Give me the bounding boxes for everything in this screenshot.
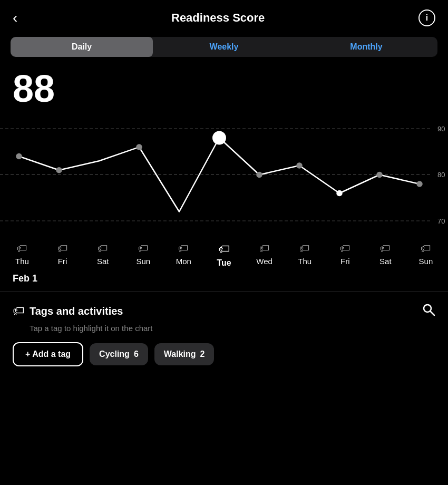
back-button[interactable]: ‹ xyxy=(13,11,17,25)
readiness-chart: 90 80 70 xyxy=(0,118,448,239)
tag-icon-active: 🏷 xyxy=(218,242,230,256)
tags-section: 🏷 Tags and activities Tap a tag to highl… xyxy=(0,292,448,377)
score-section: 88 xyxy=(0,65,448,108)
search-icon[interactable] xyxy=(422,303,435,319)
tags-title-row: 🏷 Tags and activities xyxy=(13,304,123,318)
svg-text:70: 70 xyxy=(437,217,445,225)
data-point-thu1 xyxy=(16,154,22,159)
add-tag-button[interactable]: + Add a tag xyxy=(13,342,83,366)
day-fri1: 🏷 Fri xyxy=(47,242,79,268)
info-button[interactable]: i xyxy=(418,9,435,26)
header: ‹ Readiness Score i xyxy=(0,0,448,33)
readiness-score: 88 xyxy=(13,70,435,108)
tab-bar: Daily Weekly Monthly xyxy=(11,37,437,57)
page-title: Readiness Score xyxy=(171,11,265,25)
data-point-sun2 xyxy=(417,181,422,187)
day-tue-active[interactable]: 🏷 Tue xyxy=(208,242,240,268)
tags-icon: 🏷 xyxy=(13,304,24,318)
tags-header: 🏷 Tags and activities xyxy=(13,303,435,319)
day-fri2: 🏷 Fri xyxy=(329,242,361,268)
day-labels: 🏷 Thu 🏷 Fri 🏷 Sat 🏷 Sun 🏷 Mon 🏷 Tue 🏷 We… xyxy=(0,242,448,268)
tags-buttons: + Add a tag Cycling 6 Walking 2 xyxy=(13,342,435,366)
data-point-tue-active[interactable] xyxy=(213,132,226,144)
data-point-thu2 xyxy=(297,163,302,168)
tags-title: Tags and activities xyxy=(30,305,123,317)
day-mon: 🏷 Mon xyxy=(168,242,199,268)
data-point-fri2 xyxy=(337,191,342,196)
day-sat2: 🏷 Sat xyxy=(369,242,401,268)
svg-text:90: 90 xyxy=(437,125,445,133)
data-point-sun1 xyxy=(137,144,142,150)
data-point-sat2 xyxy=(377,172,382,178)
day-thu1: 🏷 Thu xyxy=(6,242,38,268)
data-point-fri1 xyxy=(56,168,62,173)
day-thu2: 🏷 Thu xyxy=(289,242,320,268)
day-sat1: 🏷 Sat xyxy=(87,242,119,268)
day-sun1: 🏷 Sun xyxy=(128,242,159,268)
activity-tag-cycling[interactable]: Cycling 6 xyxy=(90,343,148,365)
data-point-wed xyxy=(257,172,262,178)
date-label: Feb 1 xyxy=(0,268,448,292)
activity-tag-walking[interactable]: Walking 2 xyxy=(154,343,215,365)
tags-subtitle: Tap a tag to highlight it on the chart xyxy=(13,324,435,333)
tab-daily[interactable]: Daily xyxy=(11,37,153,57)
tab-weekly[interactable]: Weekly xyxy=(153,37,295,57)
day-sun2: 🏷 Sun xyxy=(410,242,442,268)
tab-monthly[interactable]: Monthly xyxy=(295,37,437,57)
chart-svg: 90 80 70 xyxy=(0,118,448,239)
svg-line-7 xyxy=(431,312,435,316)
svg-text:80: 80 xyxy=(437,171,445,179)
day-wed: 🏷 Wed xyxy=(249,242,280,268)
